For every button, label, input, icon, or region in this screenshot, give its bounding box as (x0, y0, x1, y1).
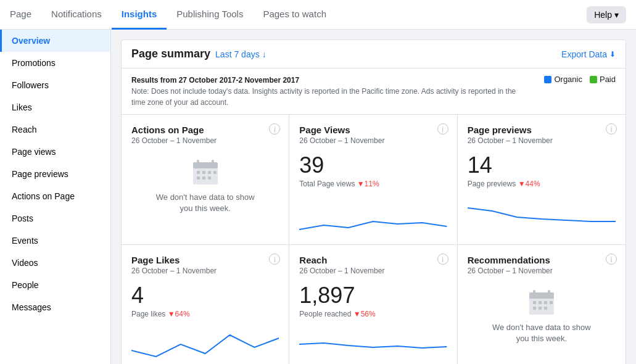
svg-rect-7 (213, 171, 217, 174)
sidebar-item-messages[interactable]: Messages (0, 296, 110, 318)
mini-chart (468, 196, 616, 233)
card-info-icon[interactable]: i (606, 123, 617, 134)
card-title: Reach (299, 255, 447, 265)
sidebar-item-events[interactable]: Events (0, 230, 110, 252)
svg-rect-6 (208, 171, 211, 174)
nav-publishing-tools[interactable]: Publishing Tools (167, 0, 253, 30)
sidebar-item-posts[interactable]: Posts (0, 207, 110, 230)
no-data-text: We don't have data to show you this week… (156, 192, 255, 214)
cards-grid: Actions on Page 26 October – 1 November … (121, 115, 626, 364)
sidebar-item-page-views[interactable]: Page views (0, 141, 110, 163)
chevron-down-icon: ▾ (614, 10, 619, 20)
card-stat: Page previews ▼44% (468, 180, 616, 188)
svg-rect-20 (539, 307, 542, 310)
sidebar-item-page-previews[interactable]: Page previews (0, 163, 110, 185)
card-date: 26 October – 1 November (299, 267, 447, 275)
card-actions-on-page: Actions on Page 26 October – 1 November … (122, 115, 289, 244)
date-filter[interactable]: Last 7 days ↓ (215, 49, 266, 59)
card-number: 39 (299, 152, 447, 178)
card-reach: Reach 26 October – 1 November i 1,897 Pe… (289, 244, 457, 364)
nav-page[interactable]: Page (10, 0, 41, 30)
sidebar-item-promotions[interactable]: Promotions (0, 52, 110, 74)
card-info-icon[interactable]: i (606, 254, 617, 265)
card-recommendations: Recommendations 26 October – 1 November … (458, 244, 626, 364)
svg-rect-2 (197, 160, 199, 165)
paid-color-indicator (590, 76, 597, 83)
svg-rect-3 (212, 160, 214, 165)
no-data-container: We don't have data to show you this week… (468, 275, 616, 357)
card-stat: People reached ▼56% (299, 310, 447, 318)
card-stat: Page likes ▼64% (131, 310, 279, 318)
mini-chart (299, 196, 447, 233)
stat-change: ▼56% (353, 310, 376, 318)
sidebar-item-followers[interactable]: Followers (0, 74, 110, 96)
card-number: 4 (131, 283, 279, 308)
card-stat: Total Page views ▼11% (299, 180, 447, 188)
card-page-views: Page Views 26 October – 1 November i 39 … (289, 115, 457, 244)
mini-chart (299, 326, 447, 363)
main-layout: Overview Promotions Followers Likes Reac… (0, 30, 636, 364)
nav-pages-to-watch[interactable]: Pages to watch (253, 0, 336, 30)
card-title: Recommendations (468, 255, 616, 265)
card-title: Page Likes (131, 255, 279, 265)
card-title: Page Views (299, 125, 447, 135)
card-info-icon[interactable]: i (437, 254, 448, 265)
svg-rect-19 (533, 307, 536, 310)
sidebar-item-videos[interactable]: Videos (0, 252, 110, 274)
stat-change: ▼11% (357, 180, 379, 188)
svg-rect-13 (533, 290, 535, 295)
card-date: 26 October – 1 November (131, 136, 279, 145)
svg-rect-8 (197, 176, 200, 180)
no-data-container: We don't have data to show you this week… (131, 145, 279, 226)
calendar-icon (527, 287, 556, 317)
calendar-icon (191, 157, 220, 187)
export-icon: ⬇ (609, 50, 616, 59)
summary-title: Page summary (131, 48, 210, 60)
legend-paid: Paid (590, 75, 616, 84)
organic-color-indicator (544, 76, 551, 83)
main-content: Page summary Last 7 days ↓ Export Data ⬇… (111, 30, 636, 364)
card-info-icon[interactable]: i (437, 123, 448, 134)
sidebar-item-likes[interactable]: Likes (0, 96, 110, 118)
top-navigation: Page Notifications Insights Publishing T… (0, 0, 636, 30)
card-title: Page previews (468, 125, 616, 135)
card-date: 26 October – 1 November (468, 267, 616, 275)
svg-rect-10 (208, 176, 211, 180)
card-date: 26 October – 1 November (299, 136, 447, 145)
svg-rect-14 (548, 290, 550, 295)
svg-rect-18 (550, 301, 553, 304)
nav-insights[interactable]: Insights (112, 0, 167, 30)
svg-rect-16 (539, 301, 542, 304)
summary-header-left: Page summary Last 7 days ↓ (131, 48, 266, 60)
sidebar-item-people[interactable]: People (0, 274, 110, 296)
sidebar-item-overview[interactable]: Overview (0, 30, 110, 52)
card-date: 26 October – 1 November (468, 136, 616, 145)
stat-change: ▼44% (518, 180, 540, 188)
legend-organic: Organic (544, 75, 582, 84)
svg-rect-17 (544, 301, 547, 304)
export-data-button[interactable]: Export Data ⬇ (561, 49, 616, 59)
mini-chart (131, 326, 279, 363)
sidebar-item-actions-on-page[interactable]: Actions on Page (0, 185, 110, 207)
sidebar-item-reach[interactable]: Reach (0, 118, 110, 141)
svg-rect-9 (202, 176, 205, 180)
chevron-down-icon: ↓ (262, 49, 266, 59)
results-bar: Results from 27 October 2017-2 November … (121, 68, 626, 115)
nav-notifications[interactable]: Notifications (41, 0, 112, 30)
card-date: 26 October – 1 November (131, 267, 279, 275)
sidebar: Overview Promotions Followers Likes Reac… (0, 30, 111, 364)
svg-rect-21 (544, 307, 547, 310)
svg-rect-5 (202, 171, 205, 174)
card-page-likes: Page Likes 26 October – 1 November i 4 P… (122, 244, 289, 364)
svg-rect-15 (533, 301, 536, 304)
results-text: Results from 27 October 2017-2 November … (131, 75, 526, 108)
svg-rect-4 (197, 171, 200, 174)
card-number: 1,897 (299, 283, 447, 308)
stat-change: ▼64% (168, 310, 190, 318)
legend: Organic Paid (544, 75, 616, 84)
summary-header: Page summary Last 7 days ↓ Export Data ⬇ (121, 39, 626, 68)
no-data-text: We don't have data to show you this week… (492, 322, 591, 344)
help-button[interactable]: Help ▾ (587, 6, 626, 23)
card-title: Actions on Page (131, 125, 279, 135)
card-number: 14 (468, 152, 616, 178)
